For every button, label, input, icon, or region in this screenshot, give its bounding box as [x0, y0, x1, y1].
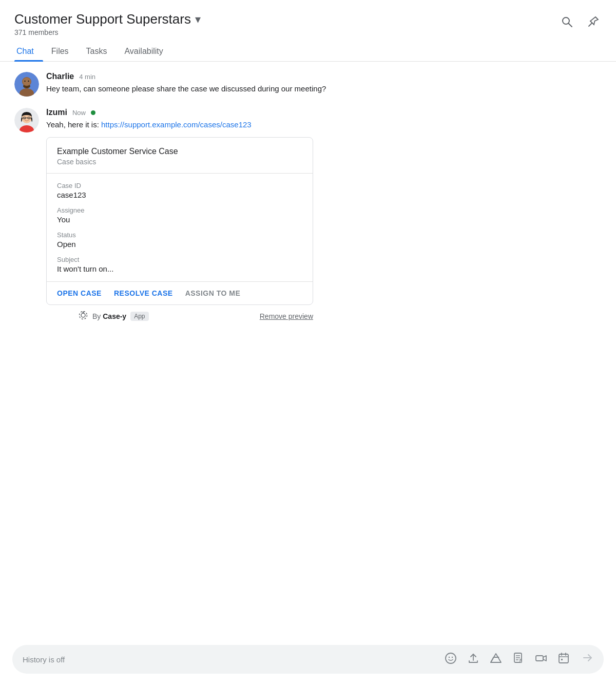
message-time-charlie: 4 min — [79, 73, 95, 81]
svg-point-9 — [28, 81, 29, 82]
open-case-button[interactable]: OPEN CASE — [57, 289, 102, 297]
header-left: Customer Support Superstars ▾ 371 member… — [14, 11, 201, 36]
emoji-button[interactable] — [444, 651, 458, 668]
drive-button[interactable] — [489, 651, 503, 668]
pin-button[interactable] — [585, 13, 602, 32]
case-card: Example Customer Service Case Case basic… — [46, 137, 313, 305]
message-time-izumi: Now — [72, 109, 86, 117]
assignee-label: Assignee — [57, 206, 302, 214]
tab-chat[interactable]: Chat — [14, 42, 43, 61]
svg-rect-29 — [559, 654, 568, 663]
status-value: Open — [57, 240, 302, 249]
message-header-izumi: Izumi Now — [46, 108, 313, 117]
docs-button[interactable] — [511, 651, 526, 668]
sender-izumi: Izumi — [46, 108, 67, 117]
case-field-id: Case ID case123 — [57, 182, 302, 199]
message-header-charlie: Charlie 4 min — [46, 72, 326, 81]
upload-button[interactable] — [466, 651, 480, 668]
svg-rect-28 — [536, 656, 543, 661]
app-badge: App — [130, 312, 148, 321]
message-input-bar: History is off — [12, 645, 604, 674]
pin-icon — [587, 15, 600, 28]
video-button[interactable] — [534, 651, 548, 668]
casey-icon — [78, 310, 88, 323]
svg-line-2 — [589, 23, 592, 26]
members-count: 371 members — [14, 28, 201, 36]
case-field-assignee: Assignee You — [57, 206, 302, 224]
resolve-case-button[interactable]: RESOLVE CASE — [114, 289, 173, 297]
svg-point-23 — [452, 657, 453, 658]
video-icon — [535, 652, 547, 664]
online-indicator — [91, 110, 95, 115]
message-text-charlie: Hey team, can someone please share the c… — [46, 83, 326, 95]
drive-icon — [490, 652, 502, 664]
case-field-subject: Subject It won't turn on... — [57, 256, 302, 273]
svg-point-20 — [83, 311, 84, 313]
remove-preview-button[interactable]: Remove preview — [260, 312, 313, 320]
subject-value: It won't turn on... — [57, 264, 302, 273]
header: Customer Support Superstars ▾ 371 member… — [0, 0, 616, 36]
avatar-izumi — [14, 108, 39, 132]
subject-label: Subject — [57, 256, 302, 263]
case-card-actions: OPEN CASE RESOLVE CASE ASSIGN TO ME — [47, 282, 313, 304]
send-icon — [581, 652, 593, 664]
svg-point-17 — [29, 118, 30, 119]
svg-point-7 — [23, 78, 31, 86]
group-name: Customer Support Superstars — [14, 11, 191, 27]
by-text: By — [92, 312, 101, 320]
case-card-header: Example Customer Service Case Case basic… — [47, 138, 313, 174]
message-body-izumi: Izumi Now Yeah, here it is: https://supp… — [46, 108, 313, 323]
attribution-text: By Case-y — [92, 312, 126, 320]
docs-icon — [512, 652, 525, 664]
case-card-title: Example Customer Service Case — [57, 147, 302, 156]
emoji-icon — [445, 652, 457, 664]
search-button[interactable] — [559, 13, 575, 32]
case-card-subtitle: Case basics — [57, 158, 302, 166]
app-name: Case-y — [103, 312, 126, 320]
message-body-charlie: Charlie 4 min Hey team, can someone plea… — [46, 72, 326, 97]
chevron-down-icon[interactable]: ▾ — [195, 13, 201, 26]
toolbar-icons — [444, 651, 571, 668]
svg-point-16 — [24, 118, 25, 119]
tab-tasks[interactable]: Tasks — [84, 42, 117, 61]
chat-area: Charlie 4 min Hey team, can someone plea… — [0, 62, 616, 640]
sender-charlie: Charlie — [46, 72, 74, 81]
message-charlie: Charlie 4 min Hey team, can someone plea… — [14, 72, 602, 97]
svg-rect-33 — [561, 659, 563, 660]
svg-point-18 — [81, 313, 85, 317]
upload-icon — [467, 652, 479, 664]
assign-to-me-button[interactable]: ASSIGN TO ME — [185, 289, 241, 297]
case-link[interactable]: https://support.example.com/cases/case12… — [101, 120, 252, 129]
svg-point-22 — [449, 657, 450, 658]
case-id-value: case123 — [57, 190, 302, 199]
status-label: Status — [57, 231, 302, 239]
calendar-icon — [557, 652, 570, 664]
case-field-status: Status Open — [57, 231, 302, 249]
svg-point-21 — [446, 653, 456, 663]
header-title: Customer Support Superstars ▾ — [14, 11, 201, 27]
svg-point-8 — [24, 81, 25, 82]
header-actions — [559, 11, 602, 32]
avatar-charlie — [14, 72, 39, 97]
tabs: Chat Files Tasks Availability — [0, 42, 616, 62]
attribution: By Case-y App Remove preview — [46, 310, 313, 323]
calendar-button[interactable] — [556, 651, 571, 668]
search-icon — [561, 15, 573, 28]
history-status: History is off — [23, 655, 435, 664]
assignee-value: You — [57, 215, 302, 224]
tab-availability[interactable]: Availability — [122, 42, 172, 61]
tab-files[interactable]: Files — [49, 42, 78, 61]
message-prefix: Yeah, here it is: — [46, 120, 101, 129]
case-card-details: Case ID case123 Assignee You Status Open… — [47, 174, 313, 282]
message-text-izumi: Yeah, here it is: https://support.exampl… — [46, 119, 313, 131]
message-izumi: Izumi Now Yeah, here it is: https://supp… — [14, 108, 602, 323]
svg-line-1 — [569, 24, 572, 27]
case-id-label: Case ID — [57, 182, 302, 189]
send-button[interactable] — [581, 652, 593, 667]
